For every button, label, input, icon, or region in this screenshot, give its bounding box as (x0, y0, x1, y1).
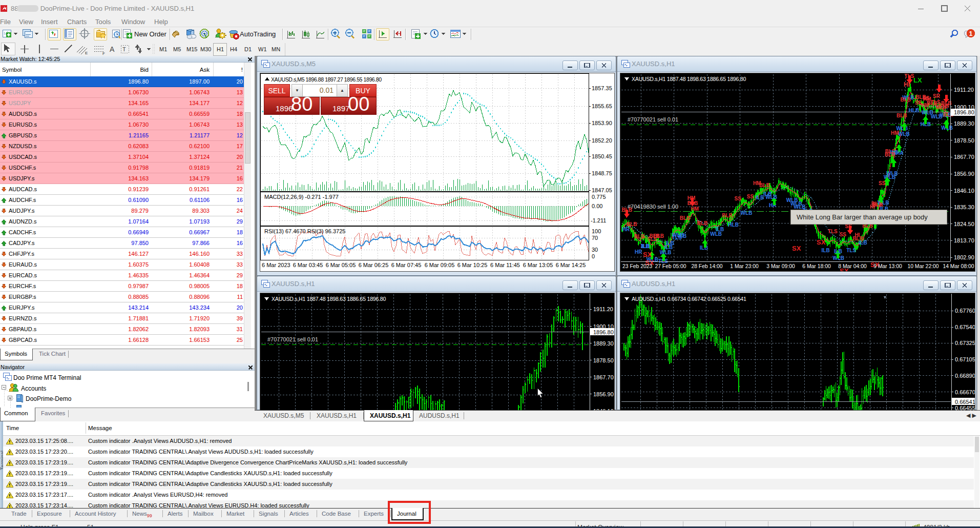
svg-text:#70419830 sell 1.00: #70419830 sell 1.00 (628, 204, 678, 210)
svg-text:70: 70 (592, 235, 598, 241)
svg-text:0.00: 0.00 (592, 203, 602, 209)
svg-text:8 Mar 04:00: 8 Mar 04:00 (838, 263, 867, 269)
svg-text:BLB: BLB (680, 215, 691, 221)
svg-text:#70770021 sell 0.01: #70770021 sell 0.01 (628, 116, 678, 123)
svg-text:1852.20: 1852.20 (592, 137, 612, 144)
svg-text:1878.50: 1878.50 (954, 137, 974, 144)
svg-text:SR: SR (933, 93, 941, 99)
svg-text:HLB: HLB (728, 222, 739, 228)
svg-text:1802.90: 1802.90 (954, 254, 974, 260)
svg-text:10 Mar 22:00: 10 Mar 22:00 (907, 263, 939, 269)
svg-text:ILB: ILB (822, 248, 830, 253)
svg-text:WLB: WLB (886, 171, 898, 176)
svg-text:1850.45: 1850.45 (592, 153, 612, 159)
svg-text:1813.70: 1813.70 (954, 237, 974, 243)
svg-text:WLB: WLB (710, 231, 722, 237)
svg-text:BLB: BLB (759, 182, 770, 188)
svg-text:6 Mar 05:05: 6 Mar 05:05 (326, 262, 356, 268)
svg-text:0.67760: 0.67760 (955, 308, 975, 314)
svg-text:1896.80: 1896.80 (593, 329, 614, 335)
svg-text:XAUUSD.s,H1 1887.48 1898.63 1: XAUUSD.s,H1 1887.48 1898.63 1886.65 1896… (272, 296, 386, 302)
svg-text:HI: HI (904, 81, 910, 88)
svg-text:ILB: ILB (642, 243, 650, 249)
svg-text:1847.05: 1847.05 (592, 187, 612, 193)
svg-text:0.775: 0.775 (592, 194, 606, 200)
svg-text:1: 1 (969, 30, 973, 37)
svg-text:9 Mar 13:00: 9 Mar 13:00 (873, 263, 902, 269)
svg-text:1846.10: 1846.10 (954, 188, 974, 194)
svg-text:1867.70: 1867.70 (954, 154, 974, 160)
svg-text:TLS: TLS (846, 248, 856, 253)
svg-text:1824.50: 1824.50 (954, 221, 974, 227)
svg-text:6 Mar 06:25: 6 Mar 06:25 (359, 262, 389, 268)
svg-text:23 Feb 2023: 23 Feb 2023 (622, 263, 653, 269)
svg-text:ILB: ILB (664, 245, 673, 250)
svg-text:WLB: WLB (672, 232, 684, 238)
svg-text:SX: SX (792, 245, 801, 252)
svg-text:6 Mar 11:45: 6 Mar 11:45 (490, 262, 520, 268)
svg-text:HI: HI (854, 232, 860, 238)
svg-text:BLB: BLB (687, 200, 698, 206)
svg-text:WLB: WLB (794, 204, 806, 210)
svg-text:LX: LX (913, 76, 922, 84)
svg-text:1856.90: 1856.90 (593, 391, 614, 397)
svg-text:T: T (122, 46, 126, 52)
svg-text:0: 0 (592, 253, 595, 259)
svg-text:0.67105: 0.67105 (955, 356, 975, 362)
svg-text:1896.80: 1896.80 (954, 109, 974, 115)
svg-text:0.67325: 0.67325 (955, 340, 975, 346)
svg-text:BLB: BLB (885, 152, 895, 157)
svg-text:6 Mar 13:05: 6 Mar 13:05 (523, 262, 553, 268)
svg-text:XAUUSD.s,M5 1896.88 1897.27 1: XAUUSD.s,M5 1896.88 1897.27 1896.55 1896… (271, 76, 382, 83)
svg-text:0.67540: 0.67540 (955, 324, 975, 330)
svg-text:0.66541: 0.66541 (955, 399, 975, 405)
svg-text:MACD(12,26,9) -0.271 -1.977: MACD(12,26,9) -0.271 -1.977 (264, 194, 339, 200)
svg-text:0.66670: 0.66670 (955, 389, 975, 395)
svg-text:ILB: ILB (763, 191, 772, 197)
svg-text:3 Mar 09:00: 3 Mar 09:00 (766, 263, 795, 269)
svg-text:6 Mar 09:05: 6 Mar 09:05 (425, 262, 455, 268)
svg-text:1 Mar 23:00: 1 Mar 23:00 (730, 263, 759, 269)
svg-text:1856.90: 1856.90 (954, 171, 974, 177)
svg-text:6 Mar 18:00: 6 Mar 18:00 (802, 263, 831, 269)
svg-text:SX: SX (817, 238, 826, 246)
svg-text:WLB: WLB (741, 210, 753, 216)
svg-text:F: F (102, 51, 105, 56)
svg-text:6 Mar 2023: 6 Mar 2023 (262, 262, 290, 268)
svg-text:ILB: ILB (859, 240, 867, 246)
svg-text:BLB: BLB (901, 97, 911, 103)
svg-text:14 Mar 08:00: 14 Mar 08:00 (943, 263, 974, 269)
svg-text:SS: SS (747, 194, 754, 199)
svg-text:BLB: BLB (896, 113, 907, 118)
svg-text:HLB: HLB (909, 108, 920, 113)
svg-text:BLB: BLB (697, 220, 708, 226)
svg-text:HM: HM (691, 206, 699, 212)
svg-text:1911.20: 1911.20 (954, 87, 974, 93)
svg-text:RSI(13) 67.4670 RSI(3) 96.372: RSI(13) 67.4670 RSI(3) 96.3725 (264, 228, 345, 234)
svg-text:WLB: WLB (786, 197, 798, 203)
svg-text:1835.30: 1835.30 (954, 204, 974, 210)
svg-text:HR: HR (635, 249, 642, 255)
svg-text:WLB: WLB (931, 114, 943, 119)
svg-text:BLB: BLB (722, 213, 733, 218)
svg-text:6 Mar 14:25: 6 Mar 14:25 (556, 262, 586, 268)
svg-text:6 Mar 03:45: 6 Mar 03:45 (293, 262, 323, 268)
svg-text:1889.30: 1889.30 (954, 120, 974, 127)
svg-text:BLB: BLB (650, 233, 660, 239)
svg-text:BLB: BLB (634, 234, 645, 239)
svg-text:-1.211: -1.211 (591, 217, 606, 224)
svg-text:SS: SS (879, 180, 886, 186)
svg-text:HM: HM (891, 130, 899, 136)
svg-text:SS: SS (923, 95, 930, 101)
svg-text:#70770021 sell 0.01: #70770021 sell 0.01 (267, 336, 318, 342)
svg-text:ILB: ILB (834, 249, 842, 254)
svg-text:SS: SS (840, 232, 847, 237)
svg-text:1911.20: 1911.20 (593, 306, 613, 312)
svg-text:1855.65: 1855.65 (592, 103, 612, 109)
svg-text:XAUUSD.s,H1 1887.48 1898.63 1: XAUUSD.s,H1 1887.48 1898.63 1886.65 1896… (632, 76, 746, 82)
svg-text:28 Feb 14:00: 28 Feb 14:00 (691, 263, 722, 269)
svg-text:1867.70: 1867.70 (593, 374, 614, 380)
svg-text:BLB: BLB (872, 202, 883, 208)
svg-text:0.66890: 0.66890 (955, 373, 975, 379)
svg-text:30: 30 (592, 247, 598, 253)
